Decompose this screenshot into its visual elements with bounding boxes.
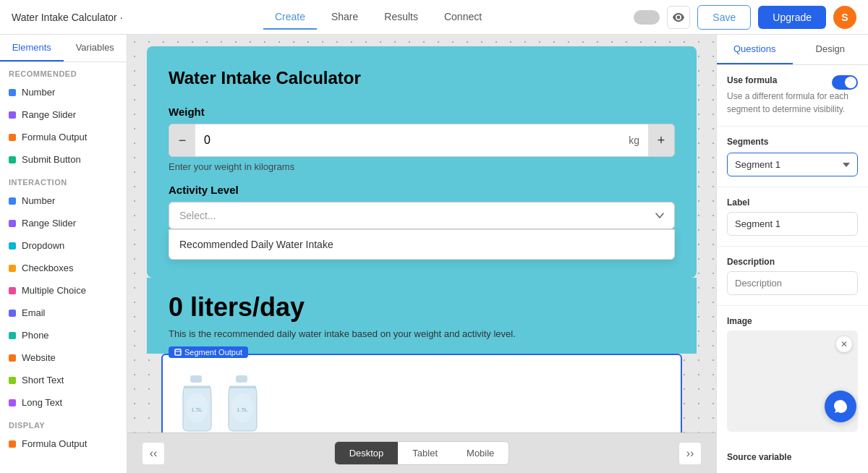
image-close-button[interactable]: ✕ (836, 336, 852, 352)
sidebar-item-formula-output-label: Formula Output (22, 132, 87, 142)
use-formula-toggle[interactable] (832, 75, 858, 90)
sidebar-section-display: Display (0, 414, 127, 432)
segment-output[interactable]: Segment Output 1.5L (161, 354, 682, 432)
app-title-dot: · (120, 12, 123, 23)
app-title-text: Water Intake Calculator (12, 12, 117, 23)
eye-button[interactable] (667, 6, 690, 29)
activity-label: Activity Level (169, 184, 675, 196)
nav-arrow-right[interactable]: ›› (678, 442, 702, 465)
device-tab-mobile[interactable]: Mobile (452, 442, 509, 464)
tab-results[interactable]: Results (373, 5, 430, 30)
tab-create[interactable]: Create (263, 5, 317, 30)
sidebar-item-submit-button-label: Submit Button (22, 154, 81, 165)
sidebar-item-formula-output2[interactable]: Formula Output (0, 432, 127, 455)
sidebar-item-dropdown-label: Dropdown (22, 240, 64, 251)
svg-rect-2 (190, 375, 202, 383)
activity-dropdown: Select... Recommended Daily Water Intake (169, 202, 675, 229)
chevron-down-icon (655, 213, 664, 218)
sidebar-item-email[interactable]: Email (0, 302, 127, 324)
range-slider-icon (9, 111, 16, 119)
preview-toggle[interactable] (634, 10, 660, 25)
segments-label: Segments (727, 137, 858, 147)
sidebar-item-range-slider2[interactable]: Range Slider (0, 212, 127, 234)
water-bottles: 1.5L 1.5L (177, 372, 263, 432)
result-section: 0 liters/day This is the recommended dai… (147, 278, 697, 354)
tab-connect[interactable]: Connect (433, 5, 493, 30)
sidebar-item-formula-output2-label: Formula Output (22, 438, 87, 449)
sidebar-item-website[interactable]: Website (0, 346, 127, 369)
activity-dropdown-menu: Recommended Daily Water Intake (169, 229, 675, 260)
sidebar-item-multiple-choice[interactable]: Multiple Choice (0, 279, 127, 302)
long-text-icon (9, 399, 16, 406)
form-card: Water Intake Calculator Weight − 0 kg + … (147, 46, 697, 278)
formula-output-icon (9, 134, 16, 141)
use-formula-toggle-row: Use formula (727, 75, 858, 90)
sidebar-item-email-label: Email (22, 307, 46, 318)
sidebar-item-phone[interactable]: Phone (0, 324, 127, 346)
description-section: Description (717, 247, 868, 306)
right-tab-design[interactable]: Design (793, 35, 869, 64)
sidebar-item-checkboxes[interactable]: Checkboxes (0, 257, 127, 279)
sidebar-item-formula-output[interactable]: Formula Output (0, 126, 127, 148)
sidebar-item-dropdown[interactable]: Dropdown (0, 234, 127, 257)
svg-rect-6 (236, 375, 247, 383)
sidebar-item-number-label: Number (22, 87, 55, 98)
weight-increment-button[interactable]: + (648, 124, 674, 156)
device-tab-desktop[interactable]: Desktop (335, 442, 399, 464)
use-formula-desc: Use a different formula for each segment… (727, 90, 858, 116)
weight-group: Weight − 0 kg + Enter your weight in kil… (169, 106, 675, 172)
use-formula-label: Use formula (727, 75, 777, 85)
center-area: Water Intake Calculator Weight − 0 kg + … (127, 35, 716, 473)
label-field-label: Label (727, 197, 858, 208)
image-label: Image (727, 316, 858, 326)
description-field-label: Description (727, 257, 858, 267)
sidebar-tab-elements[interactable]: Elements (0, 35, 64, 61)
sidebar-item-submit-button[interactable]: Submit Button (0, 148, 127, 171)
source-variable-section: Source variable (717, 442, 868, 473)
svg-text:1.5L: 1.5L (191, 406, 203, 413)
activity-group: Activity Level Select... Recommended Da (169, 184, 675, 244)
segment-output-tag: Segment Output (169, 346, 248, 358)
result-desc: This is the recommended daily water inta… (169, 328, 675, 339)
description-input[interactable] (727, 271, 858, 295)
weight-input[interactable]: 0 (195, 124, 620, 156)
upgrade-button[interactable]: Upgrade (758, 6, 826, 29)
use-formula-section: Use formula Use a different formula for … (717, 65, 868, 127)
sidebar-tabs: Elements Variables (0, 35, 127, 62)
bottom-nav: ‹‹ Desktop Tablet Mobile ›› (127, 432, 716, 473)
phone-icon (9, 332, 16, 339)
email-icon (9, 310, 16, 317)
left-sidebar: Elements Variables Recommended Number Ra… (0, 35, 127, 473)
number2-icon (9, 197, 16, 205)
sidebar-item-range-slider-label: Range Slider (22, 109, 76, 120)
main-layout: Elements Variables Recommended Number Ra… (0, 35, 868, 473)
sidebar-item-range-slider[interactable]: Range Slider (0, 103, 127, 126)
dropdown-icon (9, 242, 16, 250)
device-tab-tablet[interactable]: Tablet (398, 442, 452, 464)
sidebar-item-number2[interactable]: Number (0, 189, 127, 212)
chat-button[interactable] (825, 391, 856, 422)
segment-select[interactable]: Segment 1 (727, 153, 858, 176)
dropdown-item-recommended[interactable]: Recommended Daily Water Intake (169, 230, 674, 259)
svg-text:1.5L: 1.5L (237, 406, 248, 413)
tab-share[interactable]: Share (320, 5, 370, 30)
sidebar-tab-variables[interactable]: Variables (64, 35, 127, 61)
sidebar-item-long-text[interactable]: Long Text (0, 391, 127, 414)
sidebar-item-number[interactable]: Number (0, 81, 127, 103)
sidebar-item-multiple-choice-label: Multiple Choice (22, 285, 86, 296)
save-button[interactable]: Save (697, 5, 751, 30)
nav-arrow-left[interactable]: ‹‹ (142, 442, 165, 465)
weight-decrement-button[interactable]: − (169, 124, 195, 156)
sidebar-item-checkboxes-label: Checkboxes (22, 263, 74, 273)
label-section: Label (717, 187, 868, 247)
submit-button-icon (9, 156, 16, 163)
form-title: Water Intake Calculator (169, 68, 675, 88)
sidebar-item-short-text-label: Short Text (22, 375, 64, 385)
label-input[interactable] (727, 212, 858, 236)
bottle-1: 1.5L (177, 372, 217, 432)
right-tab-questions[interactable]: Questions (717, 35, 793, 64)
segment-tag-label: Segment Output (184, 348, 242, 357)
sidebar-item-short-text[interactable]: Short Text (0, 369, 127, 391)
weight-label: Weight (169, 106, 675, 118)
activity-dropdown-trigger[interactable]: Select... (169, 202, 675, 229)
